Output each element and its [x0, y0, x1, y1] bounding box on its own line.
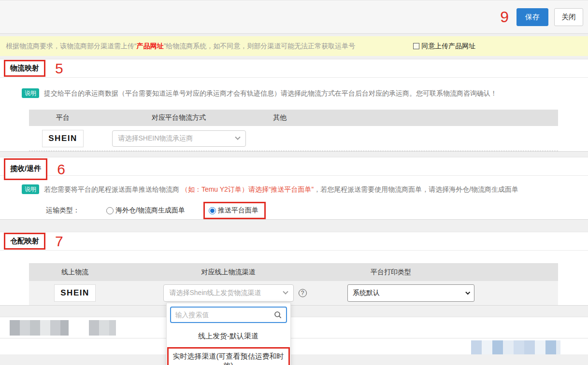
col-print-type: 平台打印类型	[336, 268, 558, 277]
note-badge: 说明	[22, 88, 39, 98]
logistics-mapping-title: 物流映射	[4, 60, 45, 77]
dropdown-option-realtime-channel[interactable]: 实时选择渠道(可查看预估运费和时效)	[167, 347, 290, 365]
warehouse-mapping-header: 仓配映射 7	[0, 232, 588, 251]
agree-upload-checkbox[interactable]: 同意上传产品网址	[413, 42, 475, 51]
redacted-text	[471, 340, 560, 354]
shein-logo: SHEIN	[42, 130, 83, 147]
logistics-table: 平台 对应平台物流方式 其他 SHEIN 请选择SHEIN物流承运商	[29, 110, 558, 151]
chevron-down-icon	[235, 134, 240, 140]
search-icon	[274, 311, 282, 319]
col-online-channel: 对应线上物流渠道	[121, 268, 336, 277]
bottom-strip	[0, 338, 588, 354]
save-button[interactable]: 保存	[516, 8, 548, 26]
note-badge: 说明	[22, 184, 39, 194]
table-row: SHEIN 请选择SHEIN物流承运商	[29, 126, 558, 151]
carrier-select-placeholder: 请选择SHEIN物流承运商	[118, 134, 193, 143]
annotation-5: 5	[55, 61, 63, 76]
chevron-down-icon	[465, 290, 470, 295]
section-logistics-mapping: 物流映射 5 说明 提交给平台的承运商数据（平台需要知道运单号对应的承运商才会有…	[0, 59, 588, 152]
notice-highlight: 产品网址	[137, 42, 164, 50]
col-online-logistics: 线上物流	[29, 268, 121, 277]
section-warehouse-mapping: 仓配映射 7 线上物流 对应线上物流渠道 平台打印类型 SHEIN 请选择She…	[0, 232, 588, 306]
pickup-note-text: 若您需要将平台的尾程派送面单推送给物流商 （如：Temu Y2订单）请选择“推送…	[44, 184, 518, 194]
radio-checked-icon[interactable]	[209, 207, 216, 214]
logistics-note: 说明 提交给平台的承运商数据（平台需要知道运单号对应的承运商才会有轨迹信息）请选…	[0, 78, 588, 98]
agree-checkbox-label: 同意上传产品网址	[421, 42, 475, 51]
warehouse-mapping-title: 仓配映射	[4, 233, 45, 250]
transport-type-label: 运输类型：	[46, 206, 80, 215]
dropdown-search[interactable]	[170, 307, 287, 323]
warehouse-table: 线上物流 对应线上物流渠道 平台打印类型 SHEIN 请选择Shein线上发货物…	[29, 263, 558, 305]
print-type-value: 系统默认	[353, 289, 380, 297]
radio-unchecked-icon[interactable]	[106, 207, 114, 214]
pickup-return-title: 揽收/退件	[4, 158, 47, 180]
col-other: 其他	[261, 113, 558, 122]
chevron-down-icon	[283, 289, 288, 295]
pickup-return-header: 揽收/退件 6	[0, 157, 588, 176]
toolbar: 9 保存 关闭	[0, 0, 588, 34]
logistics-table-header: 平台 对应平台物流方式 其他	[29, 110, 558, 126]
channel-dropdown-panel: 线上发货-默认渠道 实时选择渠道(可查看预估运费和时效)	[166, 303, 291, 365]
redacted-text	[89, 320, 116, 336]
channel-select-wrap: 请选择Shein线上发货物流渠道 ? 线上发货-默认渠	[163, 284, 294, 302]
bottom-section-bar	[0, 317, 588, 338]
annotation-red-box: 推送平台面单	[203, 202, 266, 219]
print-type-select[interactable]: 系统默认	[347, 284, 474, 302]
transport-type-row: 运输类型： 海外仓/物流商生成面单 推送平台面单	[46, 202, 588, 219]
pickup-note: 说明 若您需要将平台的尾程派送面单推送给物流商 （如：Temu Y2订单）请选择…	[0, 176, 588, 194]
col-platform: 平台	[29, 113, 97, 122]
redacted-text	[10, 320, 69, 336]
help-icon[interactable]: ?	[299, 289, 307, 297]
dropdown-option-default-channel[interactable]: 线上发货-默认渠道	[167, 326, 290, 344]
radio-push-platform-label[interactable]: 推送平台面单	[209, 206, 258, 215]
section-pickup-return: 揽收/退件 6 说明 若您需要将平台的尾程派送面单推送给物流商 （如：Temu …	[0, 157, 588, 220]
logistics-mapping-header: 物流映射 5	[0, 59, 588, 78]
close-button[interactable]: 关闭	[554, 8, 583, 26]
shein-logo: SHEIN	[54, 284, 95, 302]
logistics-note-text: 提交给平台的承运商数据（平台需要知道运单号对应的承运商才会有轨迹信息）请选择此物…	[44, 88, 497, 98]
channel-select[interactable]: 请选择Shein线上发货物流渠道	[163, 284, 294, 302]
channel-select-placeholder: 请选择Shein线上发货物流渠道	[170, 289, 261, 297]
annotation-6: 6	[57, 162, 65, 177]
radio-overseas-label[interactable]: 海外仓/物流商生成面单	[106, 206, 185, 215]
annotation-7: 7	[55, 234, 63, 249]
table-row: SHEIN 请选择Shein线上发货物流渠道 ?	[29, 281, 558, 305]
notice-bar: 根据物流商要求，该物流商部分渠道需上传“产品网址”给物流商系统，如不同意，则部分…	[0, 36, 588, 56]
pickup-note-red-text: （如：Temu Y2订单）请选择“推送平台面单”	[181, 185, 314, 193]
checkbox-icon[interactable]	[413, 43, 419, 49]
dropdown-search-input[interactable]	[175, 311, 274, 319]
warehouse-table-header: 线上物流 对应线上物流渠道 平台打印类型	[29, 263, 558, 281]
carrier-select[interactable]: 请选择SHEIN物流承运商	[112, 130, 246, 147]
notice-text: 根据物流商要求，该物流商部分渠道需上传“产品网址”给物流商系统，如不同意，则部分…	[6, 42, 355, 51]
col-platform-logistics: 对应平台物流方式	[97, 113, 261, 122]
annotation-9: 9	[500, 9, 509, 25]
